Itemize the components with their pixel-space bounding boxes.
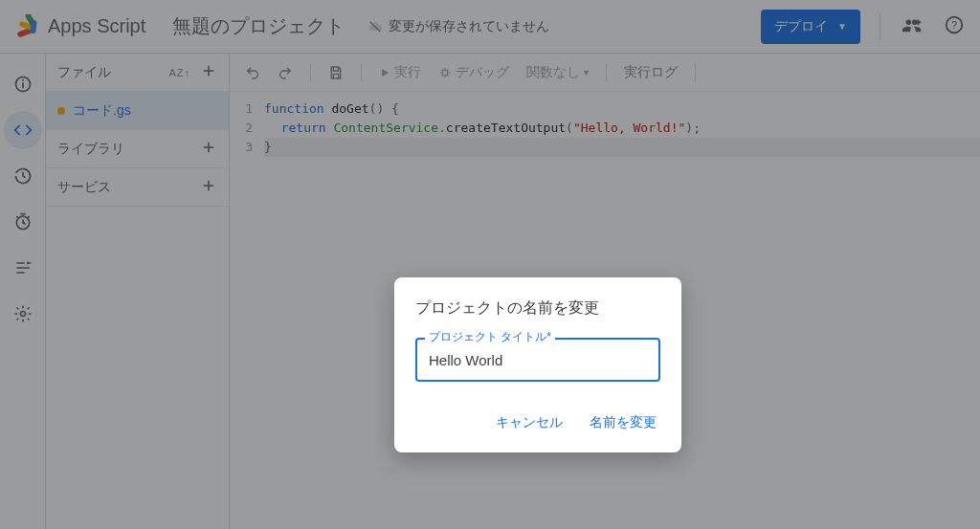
cancel-button[interactable]: キャンセル: [492, 408, 567, 437]
rename-button[interactable]: 名前を変更: [586, 408, 660, 437]
dialog-title: プロジェクトの名前を変更: [415, 298, 660, 319]
project-title-label: プロジェクト タイトル*: [425, 329, 555, 345]
rename-project-dialog: プロジェクトの名前を変更 プロジェクト タイトル* キャンセル 名前を変更: [394, 277, 681, 452]
project-title-field: プロジェクト タイトル*: [415, 338, 660, 382]
